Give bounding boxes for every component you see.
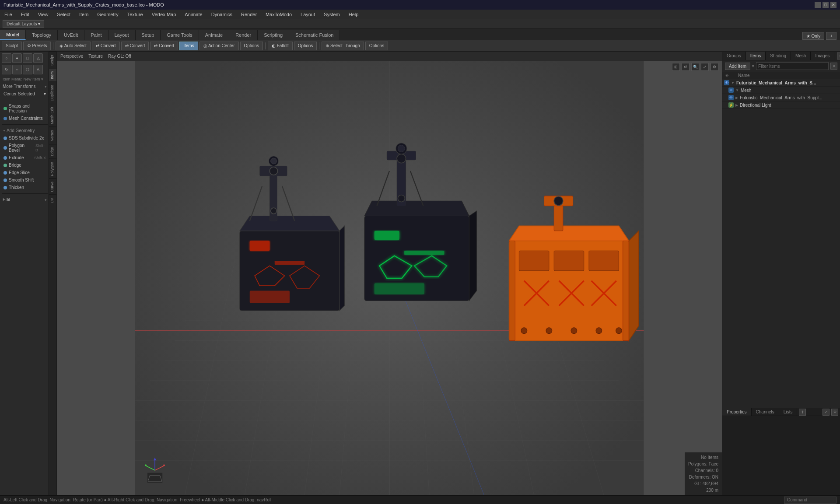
props-settings-icon[interactable]: ⚙ [831, 409, 838, 416]
item-menu-label[interactable]: Item Menu: New Item ▾ [2, 76, 48, 82]
tool-icon-circle[interactable]: ○ [2, 53, 11, 63]
menu-vertex-map[interactable]: Vertex Map [150, 11, 178, 18]
menu-dynamics[interactable]: Dynamics [210, 11, 234, 18]
tool-icon-box[interactable]: □ [23, 53, 32, 63]
tool-icon-cone[interactable]: △ [33, 53, 43, 63]
item-vis-light[interactable]: ⚡ [728, 102, 734, 108]
tool-icon-sphere[interactable]: ● [12, 53, 22, 63]
menu-animate[interactable]: Animate [183, 11, 204, 18]
only-button[interactable]: ★ Only [802, 32, 824, 40]
side-tab-uv[interactable]: UV [49, 195, 56, 206]
tool-polygon-bevel[interactable]: Polygon Bevel Shift-B [2, 142, 48, 154]
item-mesh-2[interactable]: 👁 ▶ Futuristic_Mechanical_Arms_with_Supp… [722, 94, 840, 102]
right-tab-shading[interactable]: Shading [766, 52, 791, 60]
filter-close-button[interactable]: ✕ [830, 63, 837, 70]
tab-setup[interactable]: Setup [136, 30, 161, 40]
tool-icon-text[interactable]: A [33, 65, 43, 74]
tool-extrude[interactable]: Extrude Shift-X [2, 154, 48, 161]
items-button[interactable]: Items [179, 42, 198, 50]
right-tab-mesh[interactable]: Mesh [791, 52, 811, 60]
menu-geometry[interactable]: Geometry [95, 11, 120, 18]
center-selected[interactable]: Center Selected ▾ [2, 91, 48, 97]
tab-game-tools[interactable]: Game Tools [161, 30, 199, 40]
presets-button[interactable]: ⚙ Presets [23, 42, 51, 50]
side-tab-duplicate[interactable]: Duplicate [49, 82, 56, 104]
mesh-constraints[interactable]: Mesh Constraints [2, 115, 48, 122]
command-input[interactable] [784, 497, 836, 504]
side-tab-sculpt[interactable]: Sculpt [49, 52, 56, 68]
layouts-dropdown[interactable]: Default Layouts ▾ [3, 20, 44, 28]
side-tab-mesh-edit[interactable]: Mesh Edit [49, 104, 56, 127]
item-vis-root[interactable]: 👁 [724, 80, 729, 85]
menu-item[interactable]: Item [77, 11, 90, 18]
props-expand-icon[interactable]: ⤢ [822, 409, 830, 416]
edit-row[interactable]: Edit ▾ [2, 196, 48, 203]
tool-thicken[interactable]: Thicken [2, 184, 48, 191]
props-tab-channels[interactable]: Channels [752, 408, 779, 416]
sculpt-button[interactable]: Sculpt [2, 42, 22, 50]
add-item-button[interactable]: Add Item [725, 63, 750, 70]
item-mesh-1[interactable]: 👁 ▼ Mesh [722, 87, 840, 94]
more-transforms[interactable]: More Transforms ▾ [2, 83, 48, 90]
filter-items-input[interactable] [756, 62, 829, 70]
tab-layout-mode[interactable]: Layout [108, 30, 136, 40]
select-through-button[interactable]: ⊕ Select Through [322, 42, 364, 50]
menu-select[interactable]: Select [55, 11, 72, 18]
menu-render[interactable]: Render [239, 11, 259, 18]
tool-edge-slice[interactable]: Edge Slice [2, 169, 48, 176]
item-vis-mesh2[interactable]: 👁 [728, 95, 734, 100]
menu-maxtomodo[interactable]: MaxToModo [264, 11, 294, 18]
item-light[interactable]: ⚡ ▶ Directional Light [722, 102, 840, 109]
menu-view[interactable]: View [36, 11, 50, 18]
tool-icon-hex[interactable]: ⬡ [23, 65, 32, 74]
side-tab-polygon[interactable]: Polygon [49, 159, 56, 179]
tool-sds-subdivide[interactable]: SDS Subdivide 2x [2, 135, 48, 141]
tab-paint[interactable]: Paint [84, 30, 108, 40]
side-tab-vertex[interactable]: Vertex [49, 127, 56, 144]
item-vis-mesh1[interactable]: 👁 [728, 88, 734, 93]
menu-edit[interactable]: Edit [19, 11, 31, 18]
tool-bridge[interactable]: Bridge [2, 162, 48, 168]
tab-model[interactable]: Model [0, 30, 26, 40]
convert-button-1[interactable]: ⇄ Convert [92, 42, 120, 50]
action-center-button[interactable]: ◎ Action Center [200, 42, 239, 50]
item-tree[interactable]: 👁 ▼ Futuristic_Mechanical_Arms_with_S...… [722, 79, 840, 244]
side-tab-edge[interactable]: Edge [49, 144, 56, 159]
side-tab-curve[interactable]: Curve [49, 178, 56, 195]
rp-icon-arrow-left[interactable]: ◀ [837, 52, 840, 60]
auto-select-button[interactable]: ◈ Auto Select [56, 42, 90, 50]
menu-file[interactable]: File [3, 11, 14, 18]
tool-icon-scale[interactable]: ↔ [12, 65, 22, 74]
convert-button-3[interactable]: ⇄ Convert [150, 42, 178, 50]
tool-smooth-shift[interactable]: Smooth Shift [2, 177, 48, 183]
falloff-button[interactable]: ◐ Falloff [268, 42, 293, 50]
minimize-button[interactable]: ─ [815, 2, 821, 8]
menu-system[interactable]: System [322, 11, 342, 18]
tab-animate[interactable]: Animate [199, 30, 229, 40]
snaps-precision[interactable]: Snaps and Precision [2, 103, 48, 114]
props-tab-lists[interactable]: Lists [779, 408, 798, 416]
close-button[interactable]: ✕ [830, 2, 836, 8]
menu-help[interactable]: Help [347, 11, 360, 18]
add-item-dropdown-icon[interactable]: ▾ [752, 64, 754, 68]
props-add-button[interactable]: + [799, 409, 806, 416]
tab-topology[interactable]: Topology [26, 30, 58, 40]
tab-schematic-fusion[interactable]: Schematic Fusion [289, 30, 340, 40]
tool-icon-rotate[interactable]: ↻ [2, 65, 11, 74]
tab-render[interactable]: Render [229, 30, 258, 40]
viewport[interactable]: Perspective Texture Ray GL: Off ⊞ ↺ 🔍 ⤢ … [57, 52, 722, 495]
convert-button-2[interactable]: ⇄ Convert [121, 42, 149, 50]
tab-scripting[interactable]: Scripting [258, 30, 289, 40]
right-tab-images[interactable]: Images [811, 52, 834, 60]
options-button-1[interactable]: Options [240, 42, 263, 50]
options-button-2[interactable]: Options [294, 42, 317, 50]
props-tab-properties[interactable]: Properties [722, 408, 752, 416]
right-tab-groups[interactable]: Groups [722, 52, 746, 60]
tab-uvedit[interactable]: UvEdit [58, 30, 84, 40]
item-root[interactable]: 👁 ▼ Futuristic_Mechanical_Arms_with_S... [722, 79, 840, 87]
menu-texture[interactable]: Texture [126, 11, 145, 18]
options-button-3[interactable]: Options [365, 42, 388, 50]
menu-layout[interactable]: Layout [299, 11, 317, 18]
maximize-button[interactable]: □ [822, 2, 829, 8]
side-tab-item[interactable]: Item [49, 68, 56, 82]
